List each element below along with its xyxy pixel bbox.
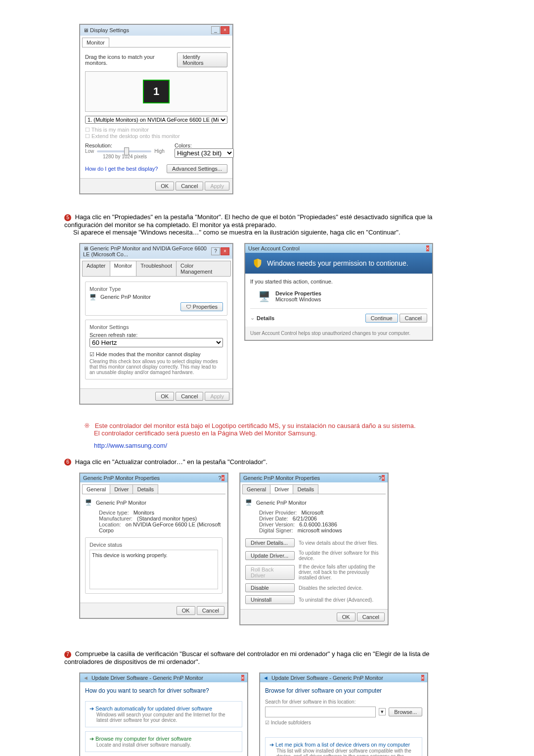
path-input[interactable]	[265, 707, 376, 717]
include-subfolders-check[interactable]: ☑ Include subfolders	[265, 720, 311, 725]
program-icon: 🖥️	[258, 290, 270, 302]
wiz1-title: Update Driver Software - Generic PnP Mon…	[91, 675, 203, 681]
advanced-settings-button[interactable]: Advanced Settings...	[167, 164, 227, 173]
sign-value: microsoft windows	[298, 527, 342, 533]
wiz1-opt1[interactable]: ➔ Search automatically for updated drive…	[85, 701, 242, 727]
step-5-number: 5	[64, 214, 71, 221]
close-icon[interactable]: ×	[221, 247, 229, 255]
help-link[interactable]: How do I get the best display?	[85, 166, 158, 172]
back-icon[interactable]: ◄	[83, 675, 89, 681]
cancel-button[interactable]: Cancel	[176, 182, 203, 190]
driver-details-button[interactable]: Driver Details...	[245, 538, 295, 547]
back-icon[interactable]: ◄	[263, 675, 268, 681]
tab-adapter[interactable]: Adapter	[82, 261, 110, 276]
window-icon: 🖥	[83, 245, 89, 251]
update-driver-button[interactable]: Update Driver...	[245, 551, 295, 560]
device-name: Generic PnP Monitor	[256, 500, 307, 506]
ver-value: 6.0.6000.16386	[299, 521, 337, 527]
cancel-button[interactable]: Cancel	[357, 613, 385, 621]
monitor-rectangle[interactable]: 1	[143, 80, 170, 103]
rollback-desc: If the device fails after updating the d…	[299, 564, 383, 580]
ok-button[interactable]: OK	[337, 613, 356, 621]
devtype-value: Monitors	[134, 510, 154, 516]
chevron-down-icon[interactable]: ⌄	[250, 315, 255, 321]
monitor-type-label: Monitor Type	[89, 286, 223, 292]
driver-details-desc: To view details about the driver files.	[299, 540, 383, 546]
ok-button[interactable]: OK	[155, 392, 174, 401]
wiz1-question: How do you want to search for driver sof…	[85, 687, 242, 694]
note-line2: El controlador certificado será puesto e…	[94, 429, 317, 437]
samsung-link[interactable]: http://www.samsung.com/	[94, 442, 167, 449]
tab-monitor[interactable]: Monitor	[82, 38, 109, 47]
monitor-props-title: Generic PnP Monitor and NVIDIA GeForce 6…	[83, 245, 207, 257]
tab-monitor[interactable]: Monitor	[110, 261, 137, 276]
monitor-select[interactable]: 1. (Multiple Monitors) on NVIDIA GeForce…	[85, 116, 227, 124]
rollback-button: Roll Back Driver	[245, 565, 295, 580]
step-6-number: 6	[64, 459, 71, 466]
window-icon: 🖥	[83, 27, 89, 33]
ok-button[interactable]: OK	[155, 182, 174, 190]
cancel-button[interactable]: Cancel	[197, 606, 224, 615]
uninstall-button[interactable]: Uninstall	[245, 595, 295, 604]
monitor-icon: 🖥️	[85, 499, 92, 506]
help-icon[interactable]: ?	[211, 247, 220, 255]
wiz1-opt2[interactable]: ➔ Browse my computer for driver software…	[85, 731, 242, 752]
refresh-label: Screen refresh rate:	[89, 332, 223, 338]
continue-button[interactable]: Continue	[365, 314, 398, 323]
apply-button: Apply	[205, 392, 229, 401]
monitor-icon: 🖥️	[89, 294, 96, 300]
help-icon[interactable]: ?	[378, 475, 381, 481]
dropdown-icon[interactable]: ▾	[379, 708, 386, 715]
note-icon: ※	[84, 422, 90, 429]
cancel-button[interactable]: Cancel	[176, 392, 203, 401]
disable-button[interactable]: Disable	[245, 583, 295, 592]
hide-modes-check[interactable]: ☑ Hide modes that the monitor cannot dis…	[89, 351, 201, 357]
minimize-icon[interactable]: _	[211, 26, 220, 34]
note-line1: Este controlador del monitor está bajo e…	[95, 422, 416, 429]
help-icon[interactable]: ?	[218, 475, 221, 481]
uac-program-name: Device Properties	[275, 290, 321, 296]
ok-button[interactable]: OK	[177, 606, 195, 615]
cancel-button[interactable]: Cancel	[400, 314, 427, 323]
properties-button[interactable]: 🛡 Properties	[180, 302, 223, 311]
tab-details[interactable]: Details	[133, 484, 158, 494]
identify-monitors-button[interactable]: Identify Monitors	[177, 52, 227, 67]
uac-footer: User Account Control helps stop unauthor…	[245, 327, 432, 340]
tab-details[interactable]: Details	[293, 484, 318, 494]
close-icon[interactable]: ×	[426, 245, 429, 251]
colors-select[interactable]: Highest (32 bit)	[175, 148, 234, 158]
close-icon[interactable]: ×	[421, 675, 424, 681]
tab-troubleshoot[interactable]: Troubleshoot	[136, 261, 177, 276]
tab-color[interactable]: Color Management	[176, 261, 231, 276]
sign-label: Digital Signer:	[259, 527, 293, 533]
refresh-select[interactable]: 60 Hertz	[89, 338, 223, 347]
man-value: (Standard monitor types)	[137, 516, 197, 521]
wiz2-letme[interactable]: ➔ Let me pick from a list of device driv…	[265, 737, 422, 756]
device-status-label: Device status	[89, 542, 218, 548]
main-monitor-check: ☐ This is my main monitor	[85, 127, 227, 133]
monitor-number: 1	[153, 85, 159, 98]
step-7-number: 7	[64, 651, 71, 658]
close-icon[interactable]: ×	[222, 475, 224, 481]
tab-general[interactable]: General	[82, 484, 110, 494]
step-5-text: Haga clic en "Propiedades" en la pestaña…	[64, 213, 433, 229]
ver-label: Driver Version:	[259, 521, 295, 527]
browse-button[interactable]: Browse...	[389, 708, 422, 716]
monitor-icon: 🖥️	[245, 499, 252, 506]
loc-label: Location:	[99, 521, 121, 527]
tab-driver[interactable]: Driver	[110, 484, 133, 494]
tab-driver[interactable]: Driver	[270, 484, 293, 494]
devtype-label: Device type:	[99, 510, 129, 516]
disable-desc: Disables the selected device.	[299, 585, 383, 591]
wiz2-heading: Browse for driver software on your compu…	[265, 687, 422, 694]
hide-modes-desc: Clearing this check box allows you to se…	[89, 359, 223, 375]
uac-if-started: If you started this action, continue.	[250, 279, 427, 284]
close-icon[interactable]: ×	[221, 26, 229, 34]
step-6-text: Haga clic en "Actualizar controlador…" e…	[75, 458, 267, 466]
close-icon[interactable]: ×	[241, 675, 244, 681]
resolution-slider[interactable]	[97, 150, 151, 152]
tab-general[interactable]: General	[242, 484, 270, 494]
close-icon[interactable]: ×	[382, 475, 385, 481]
extend-desktop-check: ☐ Extend the desktop onto this monitor	[85, 133, 227, 140]
details-toggle[interactable]: Details	[257, 315, 274, 321]
